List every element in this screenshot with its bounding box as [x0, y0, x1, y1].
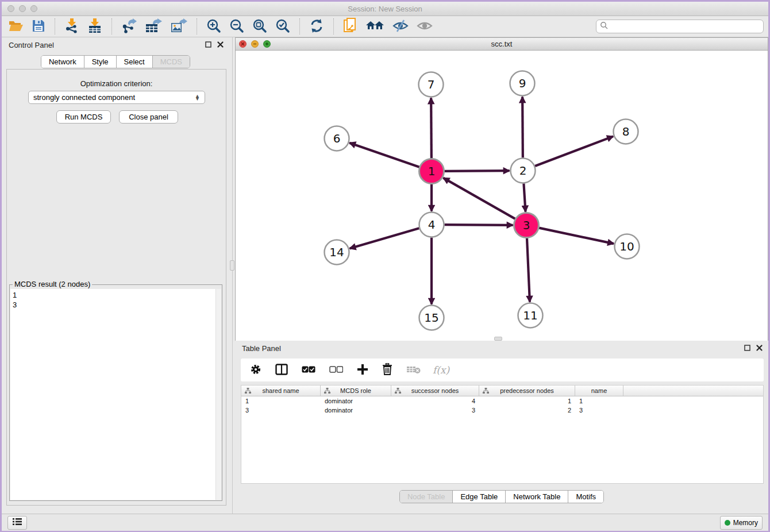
graph-node-4[interactable]: 4 [419, 213, 444, 237]
graph-node-label: 6 [333, 132, 341, 145]
export-image-button[interactable] [168, 17, 190, 36]
delete-table-button[interactable] [404, 364, 424, 377]
criterion-value: strongly connected component [33, 93, 135, 102]
tab-mcds[interactable]: MCDS [152, 56, 190, 68]
mcds-result-list[interactable]: 1 3 [10, 289, 221, 500]
eye-slash-icon [392, 19, 409, 34]
graph-edge-1-7[interactable] [431, 98, 432, 158]
graph-node-label: 9 [519, 76, 526, 90]
zoom-in-button[interactable] [204, 17, 224, 36]
graph-node-3[interactable]: 3 [514, 213, 539, 238]
column-header-predecessor-nodes[interactable]: predecessor nodes [479, 385, 575, 396]
tab-edge-table[interactable]: Edge Table [452, 491, 505, 503]
graph-edge-3-11[interactable] [527, 238, 530, 302]
table-cell: dominator [321, 396, 391, 406]
graph-edge-3-1[interactable] [443, 178, 515, 219]
graph-node-11[interactable]: 11 [518, 303, 543, 328]
mcds-result-group: MCDS result (2 nodes) 1 3 [9, 284, 222, 501]
result-scrollbar[interactable] [215, 289, 221, 500]
apply-layout-button[interactable] [307, 17, 326, 36]
graph-node-8[interactable]: 8 [614, 119, 638, 144]
import-table-button[interactable] [85, 17, 105, 36]
close-panel-button[interactable]: Close panel [119, 110, 178, 124]
graph-edge-3-10[interactable] [539, 228, 614, 244]
hide-selected-button[interactable] [390, 18, 411, 36]
toolbar-separator [197, 18, 197, 34]
horizontal-splitter-handle[interactable] [494, 337, 502, 341]
gear-icon [250, 364, 261, 377]
graph-edge-2-3[interactable] [523, 183, 525, 211]
graph-node-label: 11 [523, 309, 537, 322]
table-row[interactable]: 1dominator411 [241, 396, 763, 406]
node-table: shared nameMCDS rolesuccessor nodesprede… [241, 385, 764, 484]
zoom-out-icon [229, 18, 244, 35]
tab-style[interactable]: Style [84, 56, 116, 68]
graph-edge-1-2[interactable] [444, 171, 509, 171]
tab-motifs[interactable]: Motifs [568, 491, 603, 503]
zoom-fit-button[interactable] [250, 17, 270, 36]
column-header-name[interactable]: name [575, 385, 623, 396]
graph-node-15[interactable]: 15 [419, 306, 444, 330]
create-column-button[interactable] [355, 363, 371, 378]
graph-node-1[interactable]: 1 [419, 159, 444, 184]
export-table-button[interactable] [143, 17, 164, 36]
graph-edge-4-3[interactable] [444, 225, 513, 225]
float-panel-icon[interactable] [744, 343, 750, 353]
graph-node-2[interactable]: 2 [511, 159, 536, 183]
graph-node-10[interactable]: 10 [615, 234, 640, 259]
graph-node-label: 15 [424, 311, 438, 325]
deselect-all-rows-button[interactable] [327, 365, 345, 376]
graph-edge-4-14[interactable] [350, 228, 419, 248]
zoom-out-button[interactable] [227, 17, 247, 36]
search-input[interactable] [610, 22, 760, 30]
graph-node-14[interactable]: 14 [325, 240, 349, 265]
tab-network-table[interactable]: Network Table [505, 491, 568, 503]
graph-node-9[interactable]: 9 [510, 71, 535, 96]
import-network-button[interactable] [62, 17, 82, 36]
select-stepper-icon: ▲▼ [195, 95, 200, 101]
delete-column-button[interactable] [380, 362, 395, 378]
column-header-MCDS-role[interactable]: MCDS role [321, 385, 391, 396]
show-columns-button[interactable] [273, 363, 290, 378]
export-network-button[interactable] [119, 17, 139, 36]
graph-edge-2-8[interactable] [535, 136, 613, 166]
graph-node-7[interactable]: 7 [419, 72, 444, 97]
close-panel-icon[interactable] [756, 343, 763, 353]
memory-button[interactable]: Memory [720, 516, 763, 530]
show-all-button[interactable] [414, 18, 435, 36]
network-window-titlebar[interactable]: scc.txt [236, 38, 768, 51]
splitter-handle[interactable] [230, 260, 234, 271]
ui-settings-button[interactable] [7, 516, 27, 530]
column-header-successor-nodes[interactable]: successor nodes [391, 385, 479, 396]
table-toolbar: f(x) [241, 358, 764, 381]
criterion-select[interactable]: strongly connected component ▲▼ [28, 91, 205, 104]
table-settings-button[interactable] [248, 363, 264, 378]
close-panel-icon[interactable] [217, 40, 224, 50]
float-panel-icon[interactable] [205, 40, 211, 50]
toolbar-separator [333, 18, 334, 34]
column-type-icon [324, 388, 330, 394]
first-neighbors-button[interactable] [364, 18, 387, 36]
search-field[interactable] [596, 20, 764, 33]
graph-edge-2-9[interactable] [522, 97, 523, 157]
network-canvas[interactable]: 7968124314101511 [236, 51, 768, 341]
table-cell: 1 [479, 396, 575, 406]
tab-node-table[interactable]: Node Table [400, 491, 453, 503]
graph-node-6[interactable]: 6 [325, 126, 349, 151]
tab-select[interactable]: Select [116, 56, 152, 68]
zoom-selected-button[interactable] [273, 17, 292, 36]
save-session-button[interactable] [29, 18, 48, 36]
column-header-shared-name[interactable]: shared name [241, 385, 321, 396]
table-row[interactable]: 3dominator323 [241, 406, 763, 415]
workspace: Control Panel NetworkStyleSelectMCDS Opt… [2, 37, 768, 514]
copy-network-icon [343, 18, 358, 36]
open-session-button[interactable] [6, 18, 26, 35]
application-window: Session: New Session [2, 2, 768, 531]
tab-network[interactable]: Network [41, 56, 84, 68]
select-all-rows-button[interactable] [299, 365, 318, 376]
vertical-splitter[interactable] [229, 37, 235, 514]
run-mcds-button[interactable]: Run MCDS [56, 110, 111, 124]
graph-edge-1-6[interactable] [349, 143, 419, 167]
function-builder-button[interactable]: f(x) [433, 364, 449, 376]
clone-network-button[interactable] [341, 17, 360, 37]
